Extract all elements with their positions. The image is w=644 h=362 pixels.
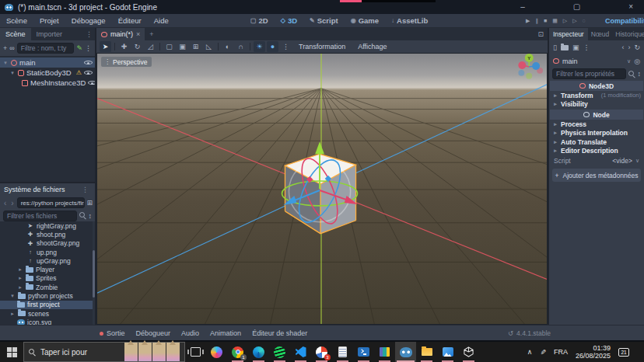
lock-tool-button[interactable]: ▣ xyxy=(177,41,188,52)
menu-scene[interactable]: Scène xyxy=(0,16,33,25)
tab-scene[interactable]: Scène xyxy=(0,28,31,40)
maximize-button[interactable]: ▢ xyxy=(573,0,580,14)
powershell-app[interactable] xyxy=(353,342,374,362)
script-value[interactable]: <vide> xyxy=(612,157,632,165)
sort-icon[interactable]: ↕ xyxy=(89,212,93,220)
section-auto-translate[interactable]: ▸ Auto Translate xyxy=(549,137,644,147)
collapse-icon[interactable]: ▸ xyxy=(17,284,23,291)
play-button[interactable]: ▶ xyxy=(526,18,530,24)
file-item[interactable]: ↑up.png xyxy=(0,248,95,256)
extra-resource-icon[interactable]: ◎ xyxy=(634,57,640,65)
play-scene-button[interactable]: ▷ xyxy=(563,18,567,24)
scene-dock-menu-dots[interactable]: ⋮ xyxy=(83,28,95,40)
folder-item-python-projects[interactable]: ▾python projects xyxy=(0,291,95,300)
group-tool-button[interactable]: ⊞ xyxy=(190,41,201,52)
scene-tree-menu-dots[interactable]: ⋮ xyxy=(85,44,92,52)
current-path[interactable]: res://python projects/first xyxy=(17,197,86,208)
collapse-icon[interactable]: ▸ xyxy=(9,311,16,317)
menu-help[interactable]: Aide xyxy=(148,16,175,25)
tab-2d[interactable]: ▢2D xyxy=(246,16,273,25)
chrome-app[interactable]: 1 xyxy=(227,342,248,362)
stop-button[interactable]: ■ xyxy=(544,18,547,23)
update-icon[interactable]: ↺ xyxy=(508,329,513,337)
3d-viewer-app[interactable] xyxy=(458,342,479,362)
instance-scene-button[interactable]: ∞ xyxy=(9,44,14,52)
file-item[interactable]: ✚shoot.png xyxy=(0,230,95,238)
folder-item-first-project[interactable]: first project xyxy=(0,301,95,309)
collapse-icon[interactable]: ▾ xyxy=(9,70,16,76)
movie-mode-button[interactable]: ◌ xyxy=(583,18,586,23)
file-item[interactable]: ✚shootGray.png xyxy=(0,239,95,248)
taskbar-search-box[interactable]: Taper ici pour xyxy=(23,342,185,362)
view-menu[interactable]: Affichage xyxy=(352,43,392,50)
debugger-panel-button[interactable]: Débogueur xyxy=(136,329,171,337)
explorer-app[interactable] xyxy=(416,342,437,362)
filesystem-scrollbar[interactable] xyxy=(93,221,95,325)
tree-node-staticbody3d[interactable]: ▾ StaticBody3D ⚠ xyxy=(0,68,95,78)
file-item[interactable]: ➤rightGray.png xyxy=(0,221,95,230)
box-select-tool-button[interactable]: ▢ xyxy=(163,41,175,52)
menu-editor[interactable]: Éditeur xyxy=(112,16,148,25)
visibility-eye-icon[interactable] xyxy=(84,68,93,77)
sun-toggle-button[interactable]: ☀ xyxy=(254,41,265,52)
perspective-button[interactable]: ⋮ Perspective xyxy=(101,57,152,67)
warning-icon[interactable]: ⚠ xyxy=(76,69,82,76)
scene-filter-input[interactable] xyxy=(17,43,75,54)
hidden-icons-chevron[interactable]: ∧ xyxy=(527,348,533,356)
winrar-app[interactable] xyxy=(374,342,395,362)
tab-inspector[interactable]: Inspecteur xyxy=(549,28,588,40)
play-custom-scene-button[interactable]: ▷ xyxy=(572,18,576,24)
tab-history[interactable]: Historique xyxy=(612,28,644,40)
3d-viewport[interactable]: Y ⋮ Perspective xyxy=(96,53,548,325)
transform-menu[interactable]: Transformation xyxy=(293,43,351,50)
collapse-icon[interactable]: ▸ xyxy=(17,266,23,273)
object-history-button[interactable]: ↻ xyxy=(634,44,640,51)
scene-tab-main[interactable]: main(*) × xyxy=(96,28,145,40)
photos-app[interactable] xyxy=(437,342,458,362)
remote-debug-button[interactable]: ▦ xyxy=(552,18,558,24)
notification-center-button[interactable]: 21 xyxy=(618,348,629,357)
add-metadata-button[interactable]: + Ajouter des métadonnées xyxy=(552,169,641,182)
select-tool-button[interactable]: ➤ xyxy=(100,41,111,52)
section-editor-description[interactable]: ▸ Editor Description xyxy=(549,147,644,156)
new-resource-button[interactable]: ▯ xyxy=(553,44,557,51)
attach-script-button[interactable]: ✎ xyxy=(76,44,82,52)
collapse-icon[interactable]: ▾ xyxy=(9,293,16,299)
shader-editor-panel-button[interactable]: Éditeur de shader xyxy=(252,329,307,337)
add-node-button[interactable]: + xyxy=(3,44,7,52)
viewport-menu-dots[interactable]: ⋮ xyxy=(280,41,292,52)
notification-app[interactable]: 3 xyxy=(311,342,332,362)
vscode-app[interactable] xyxy=(290,342,311,362)
viewport-canvas[interactable]: Y xyxy=(97,54,547,324)
animation-panel-button[interactable]: Animation xyxy=(210,329,241,337)
load-resource-button[interactable] xyxy=(561,45,569,50)
filesystem-menu-dots[interactable]: ⋮ xyxy=(79,186,91,193)
file-item[interactable]: ↑upGray.png xyxy=(0,256,95,265)
collapse-icon[interactable]: ▾ xyxy=(2,60,9,66)
property-options-icon[interactable]: ↕ xyxy=(638,70,642,78)
history-forward-icon[interactable]: › xyxy=(9,199,15,207)
visibility-eye-icon[interactable] xyxy=(88,78,95,87)
file-filter-input[interactable] xyxy=(3,211,77,221)
tab-import[interactable]: Importer xyxy=(31,28,68,40)
godot-app[interactable] xyxy=(395,342,416,362)
script-property-row[interactable]: Script <vide> ∨ xyxy=(549,155,644,165)
environment-toggle-button[interactable]: ● xyxy=(267,41,278,52)
language-indicator[interactable]: FRA xyxy=(554,348,568,356)
menu-debug[interactable]: Débogage xyxy=(65,16,112,25)
tree-node-meshinstance3d[interactable]: MeshInstance3D xyxy=(0,78,95,88)
folder-item-player[interactable]: ▸Player xyxy=(0,265,95,273)
pause-button[interactable]: ∥ xyxy=(535,18,538,24)
collapse-icon[interactable]: ▸ xyxy=(17,275,23,281)
edited-object-selector[interactable]: main ∨ ◎ xyxy=(549,54,644,68)
folder-item-scenes[interactable]: ▸scenes xyxy=(0,309,95,318)
section-visibility[interactable]: ▸ Visibility xyxy=(549,100,644,110)
new-scene-tab-button[interactable]: + xyxy=(145,28,158,40)
output-panel-button[interactable]: Sortie xyxy=(100,329,125,337)
tree-node-main[interactable]: ▾ main xyxy=(0,57,95,68)
copilot-button[interactable] xyxy=(206,342,227,362)
minimize-button[interactable]: – xyxy=(520,0,525,14)
camera-preview-button[interactable]: ◐ xyxy=(222,41,233,52)
task-view-button[interactable] xyxy=(185,342,206,362)
expand-viewport-icon[interactable]: ⊡ xyxy=(534,28,548,40)
